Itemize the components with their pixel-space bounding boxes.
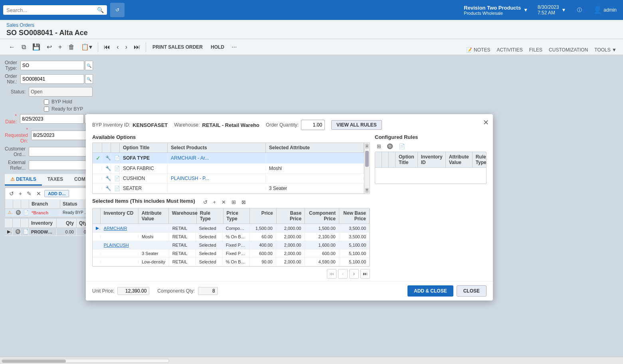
order-type-input[interactable] [20, 61, 84, 70]
first-record-button[interactable]: ⏮ [101, 42, 113, 52]
more-button[interactable]: ··· [229, 42, 239, 52]
history-button[interactable]: ↺ [110, 3, 125, 17]
notes-button[interactable]: 📝 NOTES [466, 47, 490, 53]
view-all-rules-button[interactable]: VIEW ALL RULES [331, 120, 382, 130]
search-box[interactable]: 🔍 [3, 5, 107, 15]
details-add-button[interactable]: + [17, 190, 24, 198]
add-close-button[interactable]: ADD & CLOSE [407, 285, 453, 297]
components-qty-input[interactable] [198, 287, 218, 295]
details-edit-button[interactable]: ✎ [25, 190, 33, 198]
date-input[interactable] [20, 114, 84, 124]
search-input[interactable] [6, 7, 95, 13]
horizontal-scrollbar[interactable] [0, 357, 623, 364]
page-prev-button[interactable]: ‹ [338, 269, 348, 279]
user-menu[interactable]: 👤 admin [590, 4, 620, 16]
date-row: * Date: 📅 [5, 113, 93, 125]
external-refer-input[interactable] [29, 160, 93, 170]
activities-button[interactable]: ACTIVITIES [496, 47, 522, 53]
back-button[interactable]: ← [6, 42, 18, 52]
sh-rule-type: Rule Type [197, 208, 223, 224]
last-record-button[interactable]: ⏭ [131, 42, 142, 52]
sel-add-button[interactable]: + [211, 198, 218, 206]
rules-doc-button[interactable]: 📄 [397, 142, 407, 150]
rh-rule-type: Rule Type [473, 152, 487, 167]
warehouse-label: Warehouse: [174, 122, 200, 128]
breadcrumb[interactable]: Sales Orders [6, 22, 34, 28]
expand-low-density [93, 260, 101, 263]
option-row-cushion[interactable]: 🔧 📄 CUSHION PLAINCUSH - P... [93, 174, 364, 184]
sel-row-plaincush[interactable]: PLAINCUSH RETAIL Selected Fixed Pri... 4… [93, 241, 370, 249]
options-scrollbar[interactable]: ▲ ▼ [364, 143, 370, 194]
rh-icon3 [389, 152, 396, 167]
warning-icon: ⚠ [10, 176, 15, 182]
help-icon: ⓘ [577, 7, 582, 14]
sel-row-low-density[interactable]: Low-density RETAIL Selected % On B... 90… [93, 258, 370, 266]
attr-3seater: 3 Seater [138, 249, 169, 257]
details-refresh-button[interactable]: ↺ [8, 190, 16, 198]
details-delete-button[interactable]: ✕ [35, 190, 43, 198]
save-button[interactable]: 💾 [30, 42, 43, 52]
bp-low-density: 2,000.00 [276, 258, 305, 266]
close-button[interactable]: CLOSE [457, 285, 487, 297]
detail-tabs: ⚠ DETAILS TAXES COM [5, 174, 93, 186]
order-nbr-input[interactable] [20, 74, 84, 84]
print-sales-order-button[interactable]: PRINT SALES ORDER [149, 43, 206, 51]
byp-hold-checkbox[interactable] [44, 99, 49, 105]
sel-row-3seater[interactable]: 3 Seater RETAIL Selected Fixed Pri... 60… [93, 249, 370, 258]
undo-button[interactable]: ↩ [44, 42, 54, 52]
rh-inv-id: Inventory ID [418, 152, 446, 167]
modal-close-button[interactable]: ✕ [483, 118, 489, 127]
sel-delete-button[interactable]: ✕ [220, 198, 228, 206]
datetime-selector[interactable]: 8/30/2023 7:52 AM ▼ [534, 3, 569, 17]
ready-for-byp-checkbox[interactable] [44, 107, 49, 112]
sel-refresh-button[interactable]: ↺ [201, 198, 210, 206]
paste-button[interactable]: 📋▾ [79, 42, 95, 52]
rules-refresh-button[interactable]: ⊞ [375, 142, 383, 150]
next-record-button[interactable]: › [123, 42, 130, 52]
copy-button[interactable]: ⧉ [19, 42, 28, 52]
sel-grid-button[interactable]: ⊞ [229, 198, 238, 206]
cp-armchair: 1,500.00 [305, 224, 339, 232]
sel-row-moshi[interactable]: Moshi RETAIL Selected % On B... 60.00 2,… [93, 233, 370, 241]
scroll-thumb[interactable] [365, 151, 369, 167]
sh-comp-price: Component Price [305, 208, 339, 224]
option-row-sofa-fabric[interactable]: 🔧 📄 SOFA FABRIC Moshi [93, 164, 364, 174]
hold-button[interactable]: HOLD [208, 43, 227, 51]
tab-taxes[interactable]: TAXES [42, 174, 69, 186]
add-record-button[interactable]: + [56, 42, 64, 52]
search-icon-button[interactable]: 🔍 [97, 7, 104, 13]
rules-icon-button[interactable]: 🔘 [385, 142, 395, 150]
files-button[interactable]: FILES [529, 47, 542, 53]
prev-record-button[interactable]: ‹ [114, 42, 121, 52]
tab-details[interactable]: ⚠ DETAILS [5, 174, 42, 186]
tools-button[interactable]: TOOLS ▼ [594, 47, 617, 53]
inv-plaincush[interactable]: PLAINCUSH [101, 241, 138, 249]
selected-items-title: Selected Items (This includes Must Items… [92, 198, 195, 204]
sel-clear-button[interactable]: ⊠ [239, 198, 248, 206]
product-row-1[interactable]: ▶ 🔘 📄 PRODWHOLE 0.00 0.0 [5, 228, 93, 236]
inv-armchair[interactable]: ARMCHAIR [101, 224, 138, 232]
customer-ord-input[interactable] [29, 147, 93, 156]
company-selector[interactable]: Revision Two Products Products Wholesale… [461, 3, 531, 17]
page-first-button[interactable]: ⏮ [327, 269, 336, 279]
oh-check [93, 143, 102, 152]
customization-button[interactable]: CUSTOMIZATION [549, 47, 588, 53]
page-last-button[interactable]: ⏭ [360, 269, 370, 279]
icon2-sofa-fabric: 📄 [111, 164, 120, 173]
expand-armchair[interactable]: ▶ [93, 224, 101, 232]
delete-button[interactable]: 🗑 [66, 42, 77, 52]
option-row-seater[interactable]: 🔧 📄 SEATER 3 Seater [93, 184, 364, 194]
order-qty-input[interactable] [301, 120, 325, 130]
option-row-sofa-type[interactable]: ✓ 🔧 📄 SOFA TYPE ARMCHAIR - Ar... [93, 153, 364, 164]
pt-armchair: Compon... [223, 224, 249, 232]
page-next-button[interactable]: › [349, 269, 359, 279]
order-nbr-search-icon[interactable]: 🔍 [85, 74, 93, 84]
order-type-search-icon[interactable]: 🔍 [85, 61, 93, 70]
h-scroll-thumb[interactable] [2, 360, 66, 363]
help-button[interactable]: ⓘ [572, 3, 587, 17]
add-detail-button[interactable]: ADD D... [44, 190, 69, 197]
unit-price-input[interactable] [117, 287, 149, 295]
sel-row-armchair[interactable]: ▶ ARMCHAIR RETAIL Selected Compon... 1,5… [93, 224, 370, 233]
detail-row-1[interactable]: ⚠ 🔘 📄 *Branch Ready BYP Creat... [5, 209, 92, 217]
configured-rules-grid: Option Title Inventory ID Attribute Valu… [375, 152, 487, 184]
